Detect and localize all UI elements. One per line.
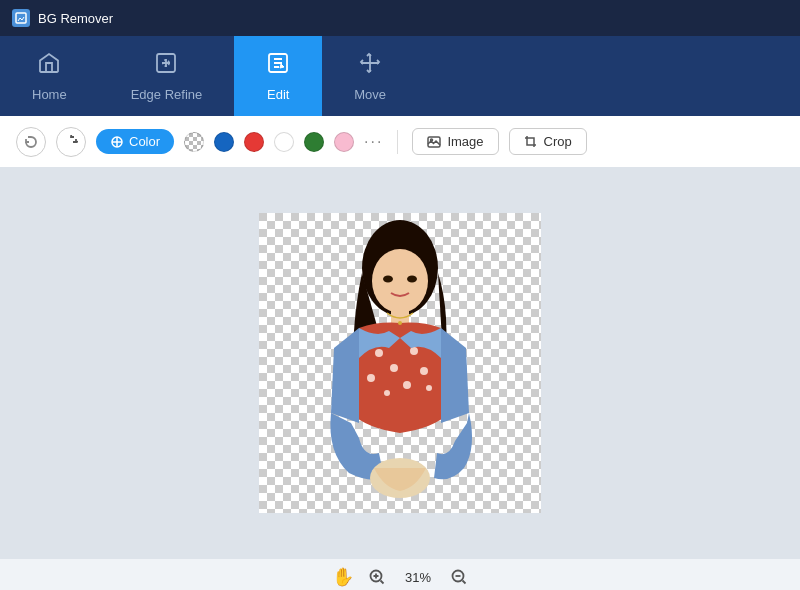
nav-edge-refine[interactable]: Edge Refine (99, 36, 235, 116)
svg-rect-0 (16, 13, 26, 23)
color-white[interactable] (274, 132, 294, 152)
home-icon (37, 51, 61, 81)
svg-point-18 (420, 367, 428, 375)
color-blue[interactable] (214, 132, 234, 152)
zoom-in-button[interactable] (368, 568, 386, 586)
svg-point-15 (375, 349, 383, 357)
nav-edge-refine-label: Edge Refine (131, 87, 203, 102)
color-pink[interactable] (334, 132, 354, 152)
nav-edit-label: Edit (267, 87, 289, 102)
svg-point-19 (367, 374, 375, 382)
nav-home[interactable]: Home (0, 36, 99, 116)
toolbar-divider (397, 130, 398, 154)
crop-button[interactable]: Crop (509, 128, 587, 155)
color-green[interactable] (304, 132, 324, 152)
svg-point-22 (426, 385, 432, 391)
move-icon (358, 51, 382, 81)
image-button[interactable]: Image (412, 128, 498, 155)
svg-point-20 (403, 381, 411, 389)
app-title: BG Remover (38, 11, 113, 26)
canvas-area (0, 168, 800, 558)
edge-refine-icon (154, 51, 178, 81)
crop-btn-label: Crop (544, 134, 572, 149)
image-btn-label: Image (447, 134, 483, 149)
navbar: Home Edge Refine Edit Move (0, 36, 800, 116)
titlebar: BG Remover (0, 0, 800, 36)
person-figure (259, 213, 541, 513)
color-red[interactable] (244, 132, 264, 152)
color-transparent[interactable] (184, 132, 204, 152)
zoom-bar: ✋ 31% (0, 558, 800, 590)
pan-icon[interactable]: ✋ (332, 566, 354, 588)
nav-move[interactable]: Move (322, 36, 418, 116)
nav-move-label: Move (354, 87, 386, 102)
color-btn-label: Color (129, 134, 160, 149)
svg-point-13 (372, 249, 428, 313)
svg-point-25 (383, 276, 393, 283)
more-colors-button[interactable]: ··· (364, 133, 383, 151)
toolbar: Color ··· Image Crop (0, 116, 800, 168)
svg-point-21 (384, 390, 390, 396)
svg-point-26 (407, 276, 417, 283)
undo-button[interactable] (16, 127, 46, 157)
svg-point-24 (398, 321, 402, 325)
svg-point-16 (390, 364, 398, 372)
zoom-out-button[interactable] (450, 568, 468, 586)
redo-button[interactable] (56, 127, 86, 157)
color-button[interactable]: Color (96, 129, 174, 154)
svg-point-17 (410, 347, 418, 355)
zoom-level: 31% (400, 570, 436, 585)
app-icon (12, 9, 30, 27)
nav-home-label: Home (32, 87, 67, 102)
nav-edit[interactable]: Edit (234, 36, 322, 116)
canvas-wrapper (259, 213, 541, 513)
edit-icon (266, 51, 290, 81)
